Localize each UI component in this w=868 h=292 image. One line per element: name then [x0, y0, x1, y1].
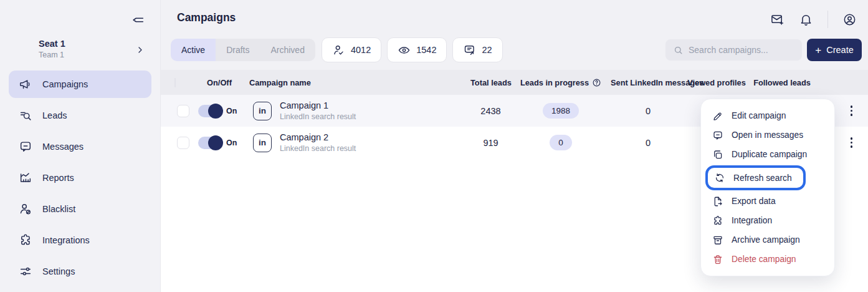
- help-question-icon[interactable]: [592, 78, 601, 87]
- menu-item-label: Integration: [732, 216, 772, 225]
- menu-item-label: Archive campaign: [732, 235, 800, 245]
- sidebar-item-label: Reports: [42, 173, 74, 183]
- menu-item-label: Edit campaign: [732, 111, 786, 120]
- puzzle-icon: [19, 233, 32, 247]
- create-button-label: Create: [826, 45, 854, 55]
- menu-item-label: Export data: [732, 197, 776, 206]
- trash-icon: [712, 254, 723, 265]
- select-all-checkbox[interactable]: [174, 77, 176, 88]
- menu-item-refresh-search[interactable]: Refresh search: [708, 168, 803, 188]
- stat-chips: 4012 1542 22: [322, 37, 503, 62]
- chat-bubble-icon: [712, 130, 723, 141]
- sidebar-item-integrations[interactable]: Integrations: [9, 226, 151, 254]
- row-checkbox[interactable]: [177, 105, 189, 117]
- chart-icon: [19, 171, 32, 185]
- megaphone-icon: [19, 77, 32, 91]
- row-checkbox[interactable]: [177, 137, 189, 149]
- search-campaigns-input[interactable]: [689, 45, 794, 55]
- campaign-toggle[interactable]: [198, 105, 222, 117]
- campaign-toggle[interactable]: [198, 137, 222, 149]
- stat-chip-views[interactable]: 1542: [387, 37, 447, 62]
- menu-item-label: Refresh search: [733, 173, 792, 183]
- person-check-icon: [332, 44, 345, 57]
- menu-item-integration[interactable]: Integration: [701, 211, 834, 230]
- sidebar-item-label: Leads: [42, 110, 67, 120]
- seat-switcher[interactable]: Seat 1 Team 1: [39, 39, 150, 59]
- stat-chip-leads[interactable]: 4012: [322, 37, 381, 62]
- export-file-icon: [712, 196, 723, 207]
- tab-label: Archived: [270, 45, 304, 55]
- sidebar-item-blacklist[interactable]: Blacklist: [9, 195, 151, 223]
- sidebar-item-campaigns[interactable]: Campaigns: [9, 71, 151, 98]
- campaign-context-menu: Edit campaign Open in messages Duplicate…: [700, 99, 835, 276]
- plus-icon: +: [815, 45, 821, 56]
- eye-icon: [398, 44, 411, 57]
- menu-item-archive-campaign[interactable]: Archive campaign: [701, 230, 834, 250]
- page-title: Campaigns: [177, 11, 236, 24]
- toggle-knob: [208, 135, 223, 150]
- row-actions-kebab-icon[interactable]: [847, 102, 857, 120]
- seat-title: Seat 1: [39, 39, 150, 49]
- menu-item-open-in-messages[interactable]: Open in messages: [701, 125, 834, 145]
- stat-value: 22: [482, 45, 492, 55]
- tab-active[interactable]: Active: [171, 39, 216, 61]
- copy-icon: [712, 149, 723, 160]
- collapse-sidebar-icon: [131, 13, 145, 27]
- sidebar-item-messages[interactable]: Messages: [9, 133, 151, 160]
- tab-label: Drafts: [226, 45, 249, 55]
- sidebar-nav: Campaigns Leads Messages Reports: [0, 69, 160, 287]
- column-header-onoff: On/Off: [189, 78, 249, 87]
- tab-drafts[interactable]: Drafts: [216, 39, 260, 61]
- refresh-search-highlight-ring: Refresh search: [705, 165, 806, 190]
- search-icon: [673, 45, 684, 56]
- menu-item-delete-campaign[interactable]: Delete campaign: [701, 250, 834, 269]
- profile-avatar-icon[interactable]: [842, 12, 857, 27]
- puzzle-icon: [712, 215, 723, 226]
- leads-in-progress-badge: 0: [550, 135, 572, 150]
- column-header-total-leads: Total leads: [470, 78, 511, 87]
- menu-item-export-data[interactable]: Export data: [701, 192, 834, 211]
- total-leads-value: 919: [470, 138, 511, 148]
- header-divider: [827, 11, 828, 28]
- leads-in-progress-badge: 1988: [543, 103, 579, 119]
- total-leads-value: 2438: [470, 106, 511, 116]
- create-campaign-button[interactable]: + Create: [807, 39, 862, 61]
- app-window: Seat 1 Team 1 Campaigns Leads: [0, 0, 868, 292]
- linkedin-icon: in: [253, 102, 272, 120]
- message-out-icon: [463, 44, 476, 57]
- stat-chip-messages[interactable]: 22: [452, 37, 502, 62]
- menu-item-label: Delete campaign: [732, 255, 796, 264]
- campaigns-toolbar: Active Drafts Archived 4012 1542: [161, 37, 868, 62]
- sidebar-item-reports[interactable]: Reports: [9, 164, 151, 192]
- column-header-campaign-name: Campaign name: [249, 78, 470, 87]
- toggle-knob: [208, 104, 223, 119]
- status-tabs: Active Drafts Archived: [171, 39, 315, 61]
- sidebar-item-leads[interactable]: Leads: [9, 102, 151, 129]
- menu-item-label: Duplicate campaign: [732, 150, 807, 159]
- sliders-icon: [19, 265, 32, 278]
- toggle-state-label: On: [226, 139, 237, 147]
- archive-box-icon: [712, 235, 723, 246]
- chat-bubble-icon: [19, 140, 32, 153]
- sidebar-item-label: Campaigns: [42, 79, 88, 89]
- sent-messages-value: 0: [611, 138, 685, 148]
- stat-value: 4012: [351, 45, 371, 55]
- sidebar: Seat 1 Team 1 Campaigns Leads: [0, 0, 161, 292]
- search-list-icon: [19, 109, 32, 122]
- campaign-name[interactable]: Campaign 2: [280, 132, 356, 142]
- tab-label: Active: [181, 45, 205, 55]
- sidebar-item-label: Integrations: [42, 235, 90, 245]
- column-header-leads-in-progress: Leads in progress: [520, 78, 589, 87]
- stat-value: 1542: [416, 45, 436, 55]
- chevron-right-icon[interactable]: [135, 45, 145, 55]
- menu-item-duplicate-campaign[interactable]: Duplicate campaign: [701, 145, 834, 164]
- collapse-sidebar-button[interactable]: [130, 12, 146, 28]
- notifications-bell-icon[interactable]: [799, 12, 813, 27]
- new-message-icon[interactable]: [770, 12, 785, 27]
- toggle-state-label: On: [226, 107, 237, 115]
- sidebar-item-settings[interactable]: Settings: [9, 258, 151, 285]
- tab-archived[interactable]: Archived: [260, 39, 315, 61]
- menu-item-edit-campaign[interactable]: Edit campaign: [701, 106, 834, 125]
- campaign-name[interactable]: Campaign 1: [280, 100, 356, 110]
- row-actions-kebab-icon[interactable]: [847, 134, 857, 152]
